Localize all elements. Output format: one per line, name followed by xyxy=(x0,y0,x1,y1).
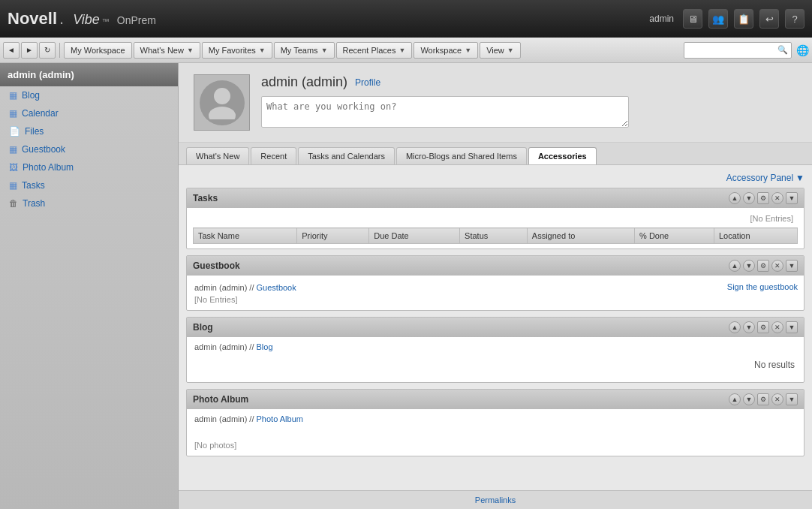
search-input[interactable] xyxy=(687,46,777,55)
whats-new-button[interactable]: What's New ▼ xyxy=(134,42,200,59)
photo-album-path-link[interactable]: Photo Album xyxy=(257,414,303,423)
my-favorites-button[interactable]: My Favorites ▼ xyxy=(202,42,272,59)
tasks-no-entries: [No Entries] xyxy=(193,212,798,224)
sidebar-item-tasks[interactable]: ▦ Tasks xyxy=(0,176,178,194)
blog-path-link[interactable]: Blog xyxy=(257,342,273,351)
guestbook-widget-body: admin (admin) // Guestbook Sign the gues… xyxy=(187,276,804,310)
arrow-in-icon[interactable]: ↩ xyxy=(759,9,779,29)
blog-down-button[interactable]: ▼ xyxy=(743,321,755,333)
sidebar-item-photo-album[interactable]: 🖼 Photo Album xyxy=(0,158,178,176)
accessory-panel-arrow: ▼ xyxy=(795,173,804,183)
photo-album-widget-header: Photo Album ▲ ▼ ⚙ ✕ ▼ xyxy=(187,390,804,409)
sidebar-tasks-label: Tasks xyxy=(22,180,45,191)
accessory-panel-label: Accessory Panel xyxy=(726,173,793,183)
profile-link[interactable]: Profile xyxy=(355,77,380,88)
blog-up-button[interactable]: ▲ xyxy=(729,321,741,333)
blog-close-button[interactable]: ✕ xyxy=(771,321,783,333)
my-workspace-button[interactable]: My Workspace xyxy=(64,42,132,59)
photo-album-icon: 🖼 xyxy=(9,162,18,173)
photo-album-close-button[interactable]: ✕ xyxy=(771,393,783,405)
col-status: Status xyxy=(460,228,528,244)
tasks-collapse-button[interactable]: ▼ xyxy=(786,192,798,204)
my-teams-button[interactable]: My Teams ▼ xyxy=(274,42,335,59)
reload-button[interactable]: ↻ xyxy=(39,42,56,59)
tasks-close-button[interactable]: ✕ xyxy=(771,192,783,204)
tab-recent[interactable]: Recent xyxy=(251,147,296,164)
recent-places-arrow: ▼ xyxy=(398,47,405,54)
tab-micro-blogs[interactable]: Micro-Blogs and Shared Items xyxy=(396,147,527,164)
guestbook-widget-header: Guestbook ▲ ▼ ⚙ ✕ ▼ xyxy=(187,256,804,276)
guestbook-path-prefix: admin (admin) // xyxy=(194,283,257,292)
tasks-widget-header: Tasks ▲ ▼ ⚙ ✕ ▼ xyxy=(187,188,804,208)
panels-area: Accessory Panel ▼ Tasks ▲ ▼ ⚙ ✕ ▼ xyxy=(179,165,812,490)
view-label: View xyxy=(486,46,504,55)
guestbook-up-button[interactable]: ▲ xyxy=(729,260,741,272)
guestbook-close-button[interactable]: ✕ xyxy=(771,260,783,272)
logo-onprem: OnPrem xyxy=(117,14,156,26)
files-icon: 📄 xyxy=(9,126,20,137)
tab-tasks-calendars[interactable]: Tasks and Calendars xyxy=(298,147,395,164)
permalinks-link[interactable]: Permalinks xyxy=(475,495,516,504)
photo-album-widget-title: Photo Album xyxy=(193,394,248,405)
blog-collapse-button[interactable]: ▼ xyxy=(786,321,798,333)
blog-icon: ▦ xyxy=(9,90,17,101)
tasks-up-button[interactable]: ▲ xyxy=(729,192,741,204)
photo-album-down-button[interactable]: ▼ xyxy=(743,393,755,405)
sign-guestbook-button[interactable]: Sign the guestbook xyxy=(727,282,798,291)
search-box: 🔍 xyxy=(684,42,792,59)
footer: Permalinks xyxy=(179,490,812,509)
avatar-silhouette xyxy=(207,86,237,119)
header-username: admin xyxy=(649,14,674,24)
recent-places-button[interactable]: Recent Places ▼ xyxy=(336,42,413,59)
help-icon[interactable]: ? xyxy=(785,9,804,29)
blog-path-prefix: admin (admin) // xyxy=(194,342,257,351)
sidebar-item-files[interactable]: 📄 Files xyxy=(0,122,178,140)
header-actions: admin 🖥 👥 📋 ↩ ? xyxy=(649,9,804,29)
guestbook-collapse-button[interactable]: ▼ xyxy=(786,260,798,272)
photo-album-up-button[interactable]: ▲ xyxy=(729,393,741,405)
blog-settings-button[interactable]: ⚙ xyxy=(757,321,769,333)
tab-accessories[interactable]: Accessories xyxy=(528,147,597,164)
sidebar-item-calendar[interactable]: ▦ Calendar xyxy=(0,104,178,122)
people-icon[interactable]: 👥 xyxy=(708,9,728,29)
photo-album-collapse-button[interactable]: ▼ xyxy=(786,393,798,405)
guestbook-down-button[interactable]: ▼ xyxy=(743,260,755,272)
workspace-button[interactable]: Workspace ▼ xyxy=(414,42,478,59)
blog-widget: Blog ▲ ▼ ⚙ ✕ ▼ admin (admin) // Blog No … xyxy=(186,317,804,383)
monitor-icon[interactable]: 🖥 xyxy=(683,9,702,29)
status-textarea[interactable] xyxy=(261,96,629,128)
tasks-settings-button[interactable]: ⚙ xyxy=(757,192,769,204)
guestbook-settings-button[interactable]: ⚙ xyxy=(757,260,769,272)
toolbar: ◄ ► ↻ My Workspace What's New ▼ My Favor… xyxy=(0,38,812,63)
my-teams-label: My Teams xyxy=(281,46,318,55)
avatar xyxy=(194,74,250,131)
my-favorites-arrow: ▼ xyxy=(259,47,266,54)
sidebar-item-blog[interactable]: ▦ Blog xyxy=(0,86,178,104)
guestbook-widget-controls: ▲ ▼ ⚙ ✕ ▼ xyxy=(729,260,798,272)
view-button[interactable]: View ▼ xyxy=(480,42,521,59)
col-location: Location xyxy=(714,228,798,244)
tasks-widget-controls: ▲ ▼ ⚙ ✕ ▼ xyxy=(729,192,798,204)
photo-album-widget-body: admin (admin) // Photo Album [No photos] xyxy=(187,409,804,456)
toolbar-separator xyxy=(59,43,60,58)
guestbook-path-link[interactable]: Guestbook xyxy=(257,283,296,292)
trash-icon: 🗑 xyxy=(9,198,18,209)
blog-widget-body: admin (admin) // Blog No results xyxy=(187,337,804,382)
search-icon[interactable]: 🔍 xyxy=(777,45,788,55)
tab-whats-new[interactable]: What's New xyxy=(186,147,249,164)
sidebar-item-guestbook[interactable]: ▦ Guestbook xyxy=(0,140,178,158)
photo-album-settings-button[interactable]: ⚙ xyxy=(757,393,769,405)
clipboard-icon[interactable]: 📋 xyxy=(734,9,753,29)
back-button[interactable]: ◄ xyxy=(3,42,20,59)
whats-new-arrow: ▼ xyxy=(187,47,194,54)
sidebar-calendar-label: Calendar xyxy=(22,108,59,119)
sidebar-item-trash[interactable]: 🗑 Trash xyxy=(0,194,178,212)
accessory-panel-button[interactable]: Accessory Panel ▼ xyxy=(726,173,804,183)
globe-icon[interactable]: 🌐 xyxy=(796,44,809,56)
guestbook-icon: ▦ xyxy=(9,144,17,155)
tasks-down-button[interactable]: ▼ xyxy=(743,192,755,204)
accessory-panel-header: Accessory Panel ▼ xyxy=(186,173,804,183)
avatar-placeholder xyxy=(200,80,245,125)
profile-name: admin (admin) xyxy=(261,74,347,90)
forward-button[interactable]: ► xyxy=(21,42,38,59)
